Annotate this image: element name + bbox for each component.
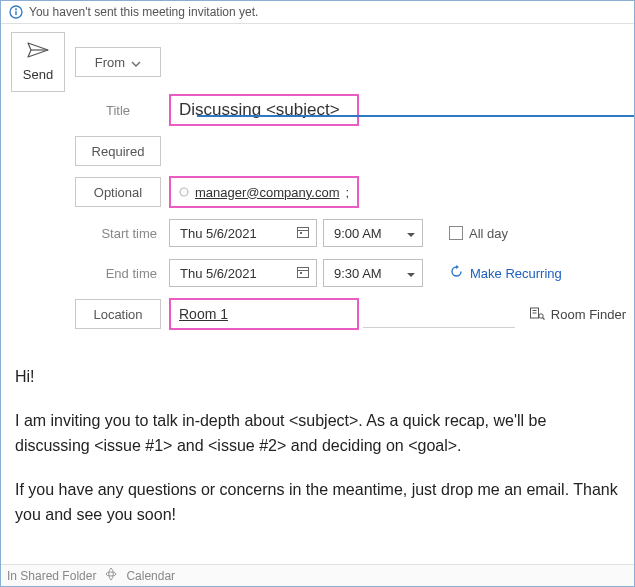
calendar-icon [104,567,118,584]
location-underline [363,300,515,328]
svg-rect-7 [300,232,302,234]
optional-input[interactable]: manager@company.com; [169,176,359,208]
svg-rect-8 [298,267,309,277]
title-label: Title [75,95,161,125]
title-field-underline [197,115,634,117]
required-button[interactable]: Required [75,136,161,166]
chevron-down-icon [131,55,141,70]
room-finder-label: Room Finder [551,307,626,322]
body-paragraph: If you have any questions or concerns in… [15,477,620,528]
start-time-label: Start time [75,218,161,248]
body-paragraph: I am inviting you to talk in-depth about… [15,408,620,459]
svg-rect-5 [298,227,309,237]
title-value: Discussing <subject> [179,100,340,120]
status-folder: In Shared Folder [7,569,96,583]
optional-contact: manager@company.com [195,185,339,200]
svg-point-16 [106,572,116,576]
send-icon [27,42,49,61]
from-label: From [95,55,125,70]
calendar-icon [296,225,310,242]
end-time-input[interactable]: 9:30 AM [323,259,423,287]
end-time-label: End time [75,258,161,288]
room-finder-button[interactable]: Room Finder [529,305,626,324]
recurring-icon [449,264,464,282]
svg-point-1 [15,8,17,10]
location-label: Location [93,307,142,322]
location-button[interactable]: Location [75,299,161,329]
info-message: You haven't sent this meeting invitation… [29,5,258,19]
room-finder-icon [529,305,545,324]
make-recurring-label: Make Recurring [470,266,562,281]
from-button[interactable]: From [75,47,161,77]
svg-rect-10 [300,272,302,274]
calendar-icon [296,265,310,282]
message-body[interactable]: Hi! I am inviting you to talk in-depth a… [1,340,634,528]
end-date-input[interactable]: Thu 5/6/2021 [169,259,317,287]
all-day-checkbox[interactable]: All day [449,226,508,241]
info-bar: You haven't sent this meeting invitation… [1,1,634,24]
send-label: Send [23,67,53,82]
location-input[interactable]: Room 1 [169,298,359,330]
required-label: Required [92,144,145,159]
svg-rect-2 [15,11,16,15]
optional-label: Optional [94,185,142,200]
checkbox-icon [449,226,463,240]
contact-status-icon [179,185,189,200]
end-date-value: Thu 5/6/2021 [180,266,257,281]
chevron-down-icon [406,266,416,281]
start-time-value: 9:00 AM [334,226,382,241]
status-bar: In Shared Folder Calendar [1,564,634,586]
svg-line-13 [542,317,544,319]
optional-button[interactable]: Optional [75,177,161,207]
start-time-input[interactable]: 9:00 AM [323,219,423,247]
all-day-label: All day [469,226,508,241]
chevron-down-icon [406,226,416,241]
start-date-value: Thu 5/6/2021 [180,226,257,241]
title-input[interactable]: Discussing <subject> [169,94,359,126]
end-time-value: 9:30 AM [334,266,382,281]
optional-suffix: ; [345,185,349,200]
svg-point-4 [180,188,188,196]
location-value: Room 1 [179,306,228,322]
make-recurring-button[interactable]: Make Recurring [449,264,562,282]
svg-point-12 [539,313,543,317]
status-calendar: Calendar [126,569,175,583]
info-icon [9,5,23,19]
send-button[interactable]: Send [11,32,65,92]
start-date-input[interactable]: Thu 5/6/2021 [169,219,317,247]
body-paragraph: Hi! [15,364,620,390]
